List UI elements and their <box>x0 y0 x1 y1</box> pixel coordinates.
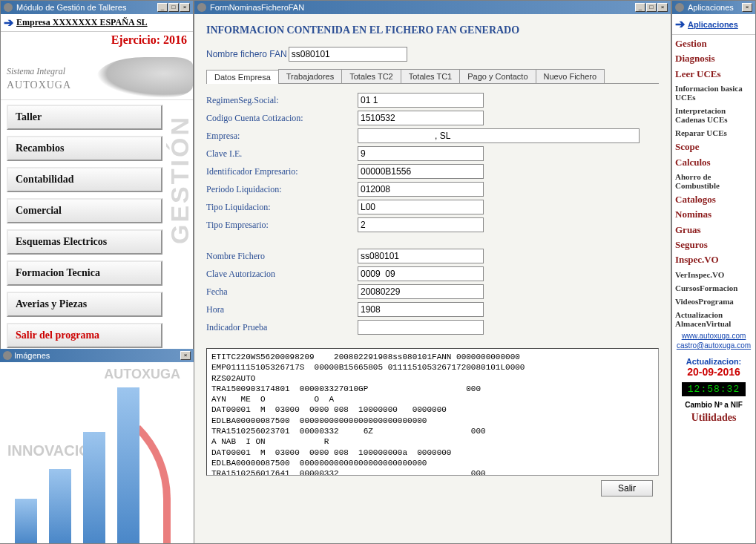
menu-contabilidad[interactable]: Contabilidad <box>7 167 162 192</box>
company-label: Empresa XXXXXXX ESPAÑA SL <box>16 17 148 28</box>
arrow-right-icon: ➔ <box>4 16 13 30</box>
fan-filename-row: Nombre fichero FAN <box>206 47 659 62</box>
banner-area: Sistema Integral AUTOXUGA <box>1 50 193 100</box>
link-autoxuga[interactable]: www.autoxuga.com <box>675 332 752 340</box>
right-item-17[interactable]: Actualizacion AlmacenVirtual <box>675 308 752 330</box>
regimen-label: RegimenSeg.Social: <box>206 95 355 106</box>
hora-label: Hora <box>206 304 355 315</box>
fan-label: Nombre fichero FAN <box>206 49 287 59</box>
right-item-14[interactable]: VerInspec.VO <box>675 268 752 281</box>
ejercicio-label: Ejercicio: 2016 <box>1 32 193 50</box>
company-header[interactable]: ➔ Empresa XXXXXXX ESPAÑA SL <box>1 14 193 32</box>
menu-comercial[interactable]: Comercial <box>7 198 162 223</box>
ccc-input[interactable] <box>358 111 484 125</box>
fecha-input[interactable] <box>358 284 484 299</box>
right-item-0[interactable]: Gestion <box>675 36 752 51</box>
app-icon <box>4 3 13 12</box>
menu-esquemas[interactable]: Esquemas Electricos <box>7 229 162 255</box>
fan-input[interactable] <box>289 47 407 62</box>
hora-input[interactable] <box>358 302 484 317</box>
tipo-emp-label: Tipo Empresario: <box>206 220 355 231</box>
right-item-1[interactable]: Diagnosis <box>675 51 752 66</box>
app-icon <box>675 3 684 12</box>
close-button[interactable]: × <box>742 3 752 12</box>
nombre-fic-label: Nombre Fichero <box>206 251 355 262</box>
right-item-3[interactable]: Informacion basica UCEs <box>675 82 752 104</box>
right-item-16[interactable]: VideosPrograma <box>675 295 752 308</box>
ccc-label: Codigo Cuenta Cotizacion: <box>206 113 355 124</box>
tab-totales-tc1[interactable]: Totales TC1 <box>401 69 461 83</box>
images-titlebar: Imágenes × <box>0 349 194 362</box>
empresa-input[interactable] <box>358 128 640 143</box>
right-item-4[interactable]: Interpretacion Cadenas UCEs <box>675 104 752 126</box>
menu-averias[interactable]: Averias y Piezas <box>7 292 162 317</box>
right-item-15[interactable]: CursosFormacion <box>675 281 752 295</box>
right-item-5[interactable]: Reparar UCEs <box>675 126 752 140</box>
link-email[interactable]: castro@autoxuga.com <box>675 341 752 350</box>
right-title: Aplicaciones <box>686 3 742 12</box>
right-window: Aplicaciones × ➔ Aplicaciones GestionDia… <box>671 0 756 544</box>
tab-nuevo-fichero[interactable]: Nuevo Fichero <box>536 69 605 83</box>
wrench-hand-icon <box>96 57 193 98</box>
menu-taller[interactable]: Taller <box>7 105 162 130</box>
tab-trabajadores[interactable]: Trabajadores <box>278 69 342 83</box>
tab-datos-empresa[interactable]: Datos Empresa <box>206 70 279 84</box>
close-button[interactable]: × <box>657 3 668 12</box>
cambio-nif-link[interactable]: Cambio Nº a NIF <box>675 401 752 409</box>
menu-salir[interactable]: Salir del programa <box>7 323 162 348</box>
clave-aut-label: Clave Autorizacion <box>206 269 355 280</box>
right-item-13[interactable]: Inspec.VO <box>675 252 752 267</box>
menu-formacion[interactable]: Formacion Tecnica <box>7 260 162 286</box>
minimize-button[interactable]: _ <box>157 3 168 12</box>
tab-bar: Datos Empresa Trabajadores Totales TC2 T… <box>206 69 659 84</box>
right-item-8[interactable]: Ahorro de Combustible <box>675 170 752 192</box>
right-item-10[interactable]: Nominas <box>675 207 752 222</box>
tipo-liq-label: Tipo Liquidacion: <box>206 202 355 213</box>
tab-totales-tc2[interactable]: Totales TC2 <box>341 69 401 83</box>
images-window: Imágenes × AUTOXUGA INNOVACIÓN <box>0 349 194 543</box>
maximize-button[interactable]: □ <box>646 3 657 12</box>
arrow-right-icon: ➔ <box>675 17 685 31</box>
center-body: INFORMACION CONTENIDA EN EL FICHERO FAN … <box>194 14 671 543</box>
app-icon <box>197 3 206 12</box>
close-button[interactable]: × <box>180 3 190 12</box>
tipo-emp-input[interactable] <box>358 217 484 232</box>
periodo-input[interactable] <box>358 182 484 197</box>
minimize-button[interactable]: _ <box>635 3 645 12</box>
right-item-7[interactable]: Calculos <box>675 155 752 170</box>
center-titlebar: FormNominasFicheroFAN _ □ × <box>194 1 671 14</box>
fecha-label: Fecha <box>206 286 355 298</box>
right-item-2[interactable]: Leer UCEs <box>675 67 752 82</box>
bar-chart-icon <box>15 387 139 543</box>
clock-display: 12:58:32 <box>682 382 746 396</box>
right-item-9[interactable]: Catalogos <box>675 192 752 207</box>
ind-prb-label: Indicador Prueba <box>206 322 355 333</box>
id-emp-label: Identificador Empresario: <box>206 166 355 177</box>
periodo-label: Periodo Liquidacion: <box>206 184 355 195</box>
form-grid: RegimenSeg.Social: Codigo Cuenta Cotizac… <box>206 93 659 335</box>
nombre-fic-input[interactable] <box>358 249 484 263</box>
regimen-input[interactable] <box>358 93 484 108</box>
images-close-button[interactable]: × <box>180 351 191 360</box>
maximize-button[interactable]: □ <box>168 3 179 12</box>
clave-aut-input[interactable] <box>358 266 484 281</box>
tipo-liq-input[interactable] <box>358 200 484 214</box>
menu-recambios[interactable]: Recambios <box>7 136 162 161</box>
main-menu: GESTIÓN Taller Recambios Contabilidad Co… <box>1 100 193 358</box>
salir-button[interactable]: Salir <box>601 480 653 497</box>
clave-ie-input[interactable] <box>358 146 484 161</box>
right-titlebar: Aplicaciones × <box>672 1 755 14</box>
ind-prb-input[interactable] <box>358 320 484 335</box>
actualizacion-label: Actualizacion: <box>675 357 752 366</box>
aplicaciones-header[interactable]: ➔ Aplicaciones <box>672 14 755 34</box>
raw-text-box[interactable]: ETITC220WS56200098209 200802291908ss0801… <box>206 348 659 476</box>
right-item-12[interactable]: Seguros <box>675 237 752 252</box>
gestion-vertical-label: GESTIÓN <box>165 115 194 244</box>
center-window: FormNominasFicheroFAN _ □ × INFORMACION … <box>194 0 671 544</box>
tab-pago-contacto[interactable]: Pago y Contacto <box>459 69 536 83</box>
app-icon <box>3 351 12 360</box>
right-item-11[interactable]: Gruas <box>675 223 752 237</box>
right-item-6[interactable]: Scope <box>675 140 752 154</box>
menu-utilidades[interactable]: Utilidades <box>675 412 752 424</box>
id-emp-input[interactable] <box>358 164 484 179</box>
